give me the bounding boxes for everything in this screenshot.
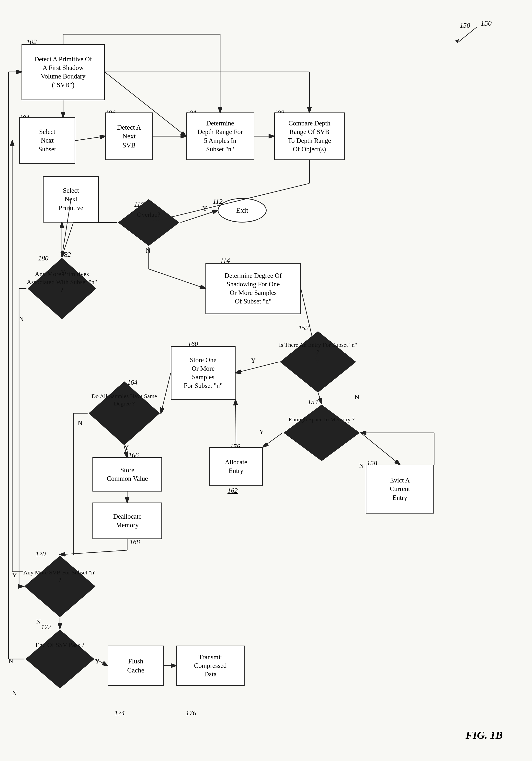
- diagram-container: 150 102 Detect A Primitive Of A First Sh…: [0, 0, 532, 761]
- y-label-entry: Y: [251, 357, 256, 364]
- ref-168: 168: [130, 538, 140, 546]
- allocate-entry-box: Allocate Entry: [209, 447, 263, 486]
- flush-cache-box: Flush Cache: [108, 646, 164, 686]
- svg-line-33: [361, 433, 400, 465]
- n-label-endssv: N: [9, 657, 13, 665]
- svg-marker-0: [118, 199, 179, 246]
- y-label-degree: Y: [124, 444, 129, 451]
- y-label-space: Y: [259, 429, 264, 436]
- ref-174: 174: [114, 709, 125, 717]
- svg-line-36: [236, 400, 236, 447]
- select-next-primitive-box: Select Next Primitive: [43, 176, 99, 222]
- svg-line-21: [181, 210, 218, 222]
- n-label-ssv: N: [12, 690, 17, 697]
- n-label-space: N: [359, 462, 364, 470]
- fig-label: FIG. 1B: [465, 729, 502, 741]
- svg-marker-5: [25, 556, 95, 617]
- svg-marker-2: [280, 331, 356, 392]
- svg-line-37: [161, 373, 171, 413]
- y-label-prims: Y: [61, 269, 65, 276]
- svg-line-32: [263, 433, 282, 447]
- n-label-overlap: N: [146, 247, 150, 254]
- deallocate-box: Deallocate Memory: [92, 502, 162, 539]
- end-ssv-diamond: End Of SSV Pass ?: [25, 628, 95, 690]
- select-next-subset-box: Select Next Subset: [19, 117, 75, 164]
- y-label-svb: Y: [12, 572, 17, 579]
- y-label-ssv: Y: [95, 658, 99, 665]
- svg-text:150: 150: [481, 19, 492, 27]
- svg-line-31: [318, 392, 322, 403]
- svg-marker-1: [28, 258, 96, 319]
- svg-marker-10: [455, 39, 459, 43]
- transmit-box: Transmit Compressed Data: [176, 646, 245, 686]
- store-samples-box: Store One Or More Samples For Subset "n": [171, 346, 236, 400]
- ref-150: 150: [460, 22, 470, 29]
- detect-next-svb-box: Detect A Next SVB: [105, 112, 153, 160]
- ref-162: 162: [227, 487, 238, 495]
- evict-box: Evict A Current Entry: [366, 465, 434, 513]
- svg-line-19: [75, 136, 105, 141]
- ref-176: 176: [186, 709, 196, 717]
- svg-line-23: [149, 269, 206, 289]
- exit-oval: Exit: [218, 198, 266, 222]
- ref-182: 182: [61, 251, 71, 259]
- determine-degree-box: Determine Degree Of Shadowing For One Or…: [206, 263, 301, 314]
- detect-primitive-box: Detect A Primitive Of A First Shadow Vol…: [22, 44, 105, 100]
- y-label-overlap: Y: [203, 205, 207, 212]
- n-label-entry: N: [355, 394, 359, 401]
- compare-depth-box: Compare Depth Range Of SVB To Depth Rang…: [274, 112, 345, 160]
- same-degree-diamond: Do All Samples Have Same Degree ?: [88, 380, 161, 446]
- any-more-svb-diamond: Any More SVB For Subset "n" ?: [23, 555, 96, 618]
- any-more-primitives-diamond: Any More Primitives Associated With Subs…: [27, 257, 97, 321]
- determine-depth-box: Determine Depth Range For 5 Amples In Su…: [186, 112, 254, 160]
- overlap-diamond: Overlap?: [117, 198, 181, 247]
- n-label-svb: N: [36, 618, 41, 625]
- svg-line-30: [236, 362, 279, 373]
- svg-line-43: [60, 550, 127, 555]
- n-label-prims: N: [19, 316, 24, 323]
- store-common-box: Store Common Value: [92, 457, 162, 492]
- svg-marker-4: [89, 381, 160, 445]
- svg-marker-3: [284, 405, 360, 461]
- entry-for-n-diamond: Is There An Entry For Subset "n" ?: [279, 330, 357, 394]
- enough-space-diamond: Enough Space In Memory ?: [282, 403, 361, 462]
- svg-marker-6: [26, 630, 94, 688]
- n-label-degree: N: [78, 419, 83, 427]
